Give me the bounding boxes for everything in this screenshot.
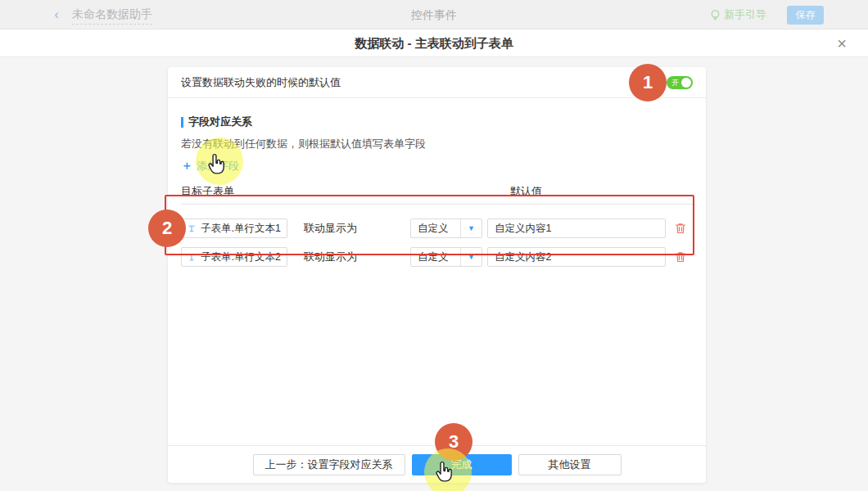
- display-mode-value: 自定义: [411, 219, 460, 237]
- default-value-toggle[interactable]: 开: [667, 76, 693, 89]
- display-mode-value: 自定义: [411, 248, 460, 266]
- field-rows: 子表单.单行文本1 联动显示为 自定义 ▼ 自定义内容1: [181, 218, 693, 268]
- default-value-input[interactable]: 自定义内容1: [487, 218, 666, 238]
- toggle-on-label: 开: [671, 78, 679, 88]
- section-title: 字段对应关系: [188, 115, 252, 129]
- add-field-label: 添加字段: [197, 159, 239, 173]
- panel-content: 字段对应关系 若没有联动到任何数据，则根据默认值填写表单字段 ＋ 添加字段 目标…: [168, 98, 706, 268]
- target-field-input[interactable]: 子表单.单行文本1: [181, 218, 287, 238]
- panel-header: 设置数据联动失败的时候的默认值 开: [168, 67, 706, 98]
- text-field-icon: [188, 223, 196, 234]
- previous-step-button[interactable]: 上一步：设置字段对应关系: [253, 454, 405, 475]
- beginner-guide-link[interactable]: 新手引导: [710, 7, 766, 22]
- target-field-input[interactable]: 子表单.单行文本2: [181, 247, 287, 267]
- section-title-row: 字段对应关系: [181, 115, 693, 129]
- section-marker: [181, 117, 183, 128]
- page-title: 控件事件: [411, 8, 457, 23]
- app-root: ‹ 未命名数据助手 控件事件 新手引导 保存 数据联动 - 主表联动到子表单 ×…: [0, 0, 868, 491]
- text-field-icon: [188, 252, 196, 263]
- default-value-input[interactable]: 自定义内容2: [487, 247, 666, 267]
- default-value-setting-label: 设置数据联动失败的时候的默认值: [181, 75, 341, 90]
- relation-label: 联动显示为: [304, 218, 357, 238]
- trash-icon[interactable]: [674, 250, 687, 264]
- back-icon[interactable]: ‹: [49, 7, 64, 23]
- trash-icon[interactable]: [674, 222, 687, 235]
- panel-footer: 上一步：设置字段对应关系 完成 其他设置: [168, 445, 706, 483]
- toggle-knob: [681, 78, 691, 88]
- relation-label: 联动显示为: [304, 247, 357, 267]
- dialog-body: 设置数据联动失败的时候的默认值 开 字段对应关系 若没有联动到任何数据，则根据默…: [0, 57, 868, 491]
- display-mode-select[interactable]: 自定义 ▼: [410, 247, 482, 267]
- add-field-link[interactable]: ＋ 添加字段: [181, 159, 239, 173]
- chevron-down-icon: ▼: [460, 248, 481, 266]
- column-default-value: 默认值: [510, 184, 542, 199]
- display-mode-select[interactable]: 自定义 ▼: [410, 218, 482, 238]
- lightbulb-icon: [710, 9, 721, 21]
- table-header: 目标子表单 默认值: [181, 184, 693, 199]
- finish-button[interactable]: 完成: [412, 454, 512, 475]
- close-icon[interactable]: ×: [832, 34, 852, 53]
- table-row: 子表单.单行文本2 联动显示为 自定义 ▼ 自定义内容2: [181, 247, 693, 268]
- app-title[interactable]: 未命名数据助手: [72, 7, 152, 25]
- chevron-down-icon: ▼: [460, 219, 481, 237]
- other-settings-button[interactable]: 其他设置: [518, 454, 622, 475]
- dialog-title: 数据联动 - 主表联动到子表单: [0, 36, 868, 52]
- section-description: 若没有联动到任何数据，则根据默认值填写表单字段: [181, 137, 693, 151]
- plus-icon: ＋: [181, 159, 192, 173]
- settings-panel: 设置数据联动失败的时候的默认值 开 字段对应关系 若没有联动到任何数据，则根据默…: [168, 67, 706, 483]
- beginner-guide-label: 新手引导: [724, 7, 766, 22]
- dialog-titlebar: 数据联动 - 主表联动到子表单 ×: [0, 29, 868, 57]
- target-field-value: 子表单.单行文本1: [201, 222, 281, 236]
- save-button[interactable]: 保存: [787, 6, 824, 25]
- table-header-divider: [181, 204, 693, 205]
- table-row: 子表单.单行文本1 联动显示为 自定义 ▼ 自定义内容1: [181, 218, 693, 240]
- target-field-value: 子表单.单行文本2: [201, 250, 281, 264]
- column-target-field: 目标子表单: [181, 184, 234, 199]
- top-bar: ‹ 未命名数据助手 控件事件 新手引导 保存: [0, 0, 868, 29]
